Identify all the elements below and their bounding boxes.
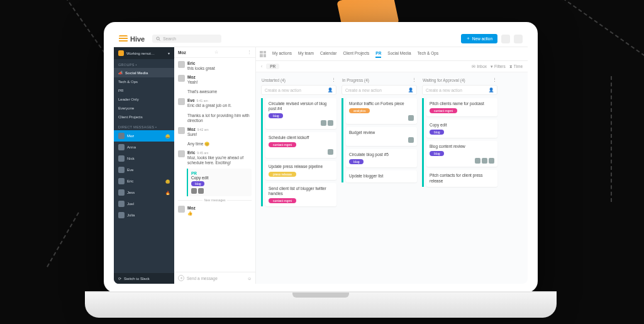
sidebar: Working remot… ▾ GROUPS • 📣Social MediaT… <box>114 47 174 284</box>
inbox-button[interactable]: ✉ Inbox <box>472 64 487 69</box>
column-menu-icon[interactable]: ⋮ <box>412 77 416 82</box>
create-action-input[interactable]: Create a new action👤 <box>261 85 336 95</box>
board-card[interactable]: Send client list of blogger twitter hand… <box>265 183 336 206</box>
avatar <box>118 212 125 218</box>
board-card[interactable]: Monitor traffic on Forbes pieceanalytics <box>346 98 417 124</box>
new-action-button[interactable]: ＋ New action <box>461 34 497 43</box>
breadcrumb-back[interactable]: ‹ <box>261 64 262 69</box>
card-title: Send client list of blogger twitter hand… <box>269 186 333 196</box>
message-author: Eric <box>187 150 195 155</box>
board-card[interactable]: Circulate revised version of blog post #… <box>265 98 336 129</box>
grid-icon[interactable] <box>260 51 266 57</box>
filters-button[interactable]: ▾ Filters <box>491 64 506 69</box>
nav-tab[interactable]: Social Media <box>387 50 411 58</box>
column-menu-icon[interactable]: ⋮ <box>492 77 497 82</box>
sidebar-group-item[interactable]: Everyone <box>114 104 174 113</box>
board-column: In Progress (4)⋮Create a new action👤Moni… <box>341 76 417 280</box>
message-composer[interactable]: ＋ Send a message ☺ <box>174 272 255 284</box>
card-assignee-avatar <box>408 137 414 143</box>
card-tag: blog <box>430 151 444 156</box>
column-menu-icon[interactable]: ⋮ <box>331 77 336 82</box>
more-icon[interactable]: ⋮ <box>247 50 252 55</box>
svg-point-0 <box>157 37 159 40</box>
card-title: Update blogger list <box>349 174 414 179</box>
board-card[interactable]: Circulate blog post #5blog <box>346 149 417 167</box>
card-tag: contact mgmt <box>269 142 296 147</box>
nav-tab[interactable]: My team <box>298 50 314 58</box>
dm-heading: DIRECT MESSAGES • <box>114 121 174 130</box>
sidebar-dm-item[interactable]: Eric😊 <box>114 176 174 187</box>
workspace-selector[interactable]: Working remot… ▾ <box>114 47 174 59</box>
nav-tab[interactable]: My actions <box>272 50 292 58</box>
sidebar-group-item[interactable]: 📣Social Media <box>114 68 174 77</box>
board-column: Waiting for Approval (4)⋮Create a new ac… <box>422 76 497 280</box>
sidebar-dm-item[interactable]: Joel <box>114 198 174 209</box>
board-card[interactable]: Blog content reviewblog <box>426 141 497 167</box>
add-placeholder: Create a new action <box>426 88 462 92</box>
laptop-frame: Hive Search ＋ New action Working remot… … <box>104 22 538 318</box>
create-action-input[interactable]: Create a new action👤 <box>422 85 497 95</box>
column-title: Waiting for Approval (4) <box>423 78 465 82</box>
assignee-icon[interactable]: 👤 <box>489 87 494 92</box>
main-panel: My actionsMy teamCalendarClient Projects… <box>256 47 528 284</box>
board-card[interactable]: Copy editblog <box>426 120 497 138</box>
star-icon[interactable]: ☆ <box>214 50 218 55</box>
sidebar-footer[interactable]: ⟳ Switch to Slack <box>114 273 174 284</box>
group-label: PR <box>118 89 123 92</box>
bell-icon[interactable] <box>514 35 523 43</box>
board-card[interactable]: Pitch contacts for client press release <box>426 170 497 186</box>
card-title: Pitch clients name for podcast <box>430 101 494 106</box>
tab-bar: My actionsMy teamCalendarClient Projects… <box>256 47 528 61</box>
emoji-icon[interactable]: ☺ <box>247 276 252 281</box>
board-card[interactable]: Schedule client kickoffcontact mgmt <box>265 132 336 158</box>
chat-message: MozYeah! <box>174 73 255 87</box>
create-action-input[interactable]: Create a new action👤 <box>341 85 417 95</box>
sidebar-group-item[interactable]: Client Projects <box>114 113 174 121</box>
board-card[interactable]: Update press release pipelinepress relea… <box>265 161 336 179</box>
board-card[interactable]: Pitch clients name for podcastcontact mg… <box>426 98 497 116</box>
board-card[interactable]: Update blogger list <box>346 170 417 182</box>
sidebar-dm-item[interactable]: Nick <box>114 153 174 164</box>
nav-tab[interactable]: Tech & Ops <box>418 50 439 58</box>
board-column: Unstarted (4)⋮Create a new action👤Circul… <box>261 76 336 280</box>
message-author: Moz <box>187 206 196 210</box>
sidebar-dm-item[interactable]: Moz😄 <box>114 130 174 142</box>
card-tag: blog <box>349 159 364 164</box>
assignee-icon[interactable]: 👤 <box>328 87 333 92</box>
nav-tab[interactable]: Calendar <box>320 50 336 58</box>
sidebar-dm-item[interactable]: Jess🔥 <box>114 187 174 198</box>
board-card[interactable]: Budget review <box>346 127 417 146</box>
message-body: this looks great <box>187 66 252 71</box>
message-author: Eric <box>187 61 195 65</box>
app-logo[interactable]: Hive <box>119 35 145 43</box>
sidebar-dm-item[interactable]: Anna <box>114 142 174 153</box>
breadcrumb-project[interactable]: PR <box>266 64 279 69</box>
card-tag: blog <box>269 113 283 118</box>
sidebar-group-item[interactable]: PR <box>114 86 174 95</box>
search-input[interactable]: Search <box>152 35 221 43</box>
message-body: That's awesome <box>187 89 252 94</box>
chat-title: Moz <box>178 50 186 55</box>
dm-label: Anna <box>127 145 136 149</box>
time-button[interactable]: ⧗ Time <box>509 64 523 69</box>
sidebar-group-item[interactable]: Tech & Ops <box>114 77 174 86</box>
card-tag: contact mgmt <box>269 198 296 203</box>
card-title: Budget review <box>349 130 414 135</box>
sidebar-dm-item[interactable]: Eve <box>114 164 174 176</box>
dm-label: Eve <box>127 168 133 172</box>
nav-tab[interactable]: PR <box>375 50 381 58</box>
sidebar-group-item[interactable]: Leader Only <box>114 95 174 104</box>
app-screen: Hive Search ＋ New action Working remot… … <box>114 31 528 284</box>
card-title: Monitor traffic on Forbes piece <box>349 101 414 106</box>
assignee-icon[interactable]: 👤 <box>408 87 413 92</box>
message-time: 9:45 am <box>197 151 208 155</box>
attach-icon[interactable]: ＋ <box>178 275 184 281</box>
workspace-name: Working remot… <box>126 52 155 55</box>
group-label: Everyone <box>118 106 134 110</box>
kanban-board: Unstarted (4)⋮Create a new action👤Circul… <box>256 72 528 284</box>
profile-icon[interactable] <box>501 35 510 43</box>
new-messages-divider: New messages <box>174 198 255 202</box>
chat-action-card[interactable]: PRCopy editblog <box>187 169 252 196</box>
sidebar-dm-item[interactable]: Julia <box>114 209 174 221</box>
nav-tab[interactable]: Client Projects <box>343 50 369 58</box>
